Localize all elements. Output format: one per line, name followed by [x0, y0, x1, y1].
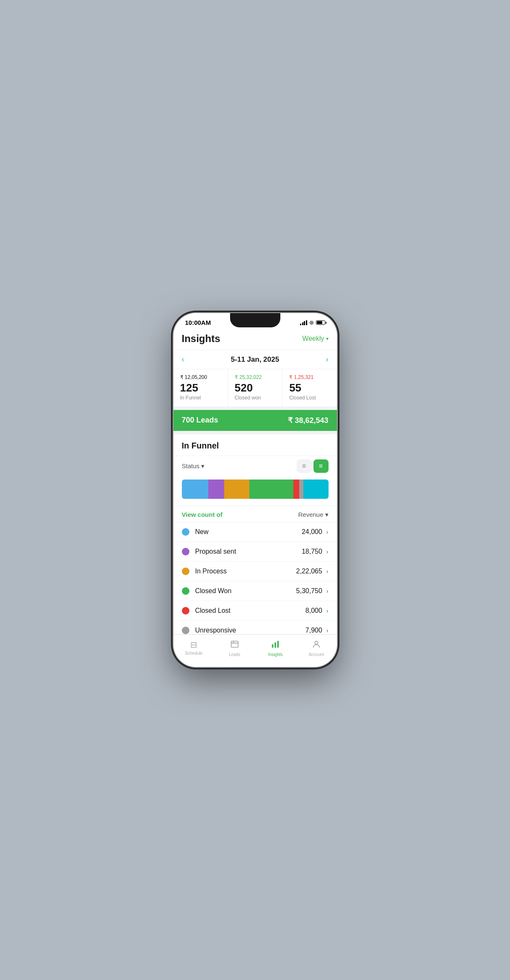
tab-bar: ⊟ Schedule Leads Insights	[173, 634, 337, 667]
status-name: Unresponsive	[195, 627, 305, 634]
status-name: Closed Lost	[195, 607, 305, 614]
section-header: In Funnel	[173, 434, 337, 456]
svg-rect-3	[272, 644, 274, 648]
section-title: In Funnel	[182, 441, 219, 450]
lost-amount: ₹ 1,25,321	[289, 374, 330, 380]
filter-row: Status ▾ ≡ ≡	[173, 456, 337, 478]
leads-label: Leads	[229, 652, 240, 657]
schedule-label: Schedule	[185, 651, 202, 656]
svg-point-6	[315, 641, 318, 644]
prev-date-button[interactable]: ‹	[182, 355, 184, 364]
status-dot	[182, 607, 189, 614]
svg-rect-4	[274, 642, 276, 648]
signal-icon	[300, 320, 307, 325]
chevron-right-icon: ›	[326, 607, 329, 614]
revenue-dropdown[interactable]: Revenue ▾	[298, 511, 328, 519]
status-value: 2,22,065	[296, 568, 322, 575]
status-time: 10:00AM	[185, 319, 211, 326]
date-nav: ‹ 5-11 Jan, 2025 ›	[173, 350, 337, 369]
phone-frame: 10:00AM ⊛ Insights Weekly ▾ ‹	[173, 313, 337, 667]
status-dot	[182, 568, 189, 575]
status-name: Proposal sent	[195, 548, 302, 555]
status-item[interactable]: Proposal sent 18,750 ›	[173, 542, 337, 561]
tab-schedule[interactable]: ⊟ Schedule	[173, 638, 215, 659]
view-toggles: ≡ ≡	[297, 459, 329, 473]
status-bar: 10:00AM ⊛	[173, 313, 337, 328]
insights-icon	[271, 640, 280, 651]
status-list: New 24,000 › Proposal sent 18,750 › In P…	[173, 522, 337, 634]
revenue-label: Revenue	[298, 511, 323, 518]
weekly-dropdown[interactable]: Weekly ▾	[302, 335, 328, 342]
account-icon	[312, 640, 321, 651]
page-title: Insights	[182, 333, 220, 345]
funnel-count: 125	[180, 382, 221, 394]
chevron-right-icon: ›	[326, 588, 329, 594]
status-icons: ⊛	[300, 319, 325, 326]
leads-banner: 700 Leads ₹ 38,62,543	[173, 410, 337, 431]
status-value: 5,30,750	[296, 587, 322, 595]
svg-rect-0	[231, 641, 238, 648]
stat-closed-lost: ₹ 1,25,321 55 Closed Lost	[282, 369, 337, 407]
stats-row: ₹ 12,05,200 125 In Funnel ₹ 25,32,022 52…	[173, 369, 337, 407]
bar-chart	[173, 478, 337, 506]
header: Insights Weekly ▾	[173, 328, 337, 350]
status-value: 7,900	[305, 627, 322, 634]
won-amount: ₹ 25,32,022	[235, 374, 275, 380]
banner-count: 700 Leads	[182, 416, 218, 425]
status-item[interactable]: Closed Lost 8,000 ›	[173, 601, 337, 620]
wifi-icon: ⊛	[309, 319, 314, 326]
battery-icon	[316, 320, 325, 325]
funnel-label: In Funnel	[180, 395, 221, 401]
status-name: New	[195, 528, 302, 536]
won-count: 520	[235, 382, 275, 394]
view-count-label: View count of	[182, 511, 223, 518]
status-item[interactable]: New 24,000 ›	[173, 522, 337, 542]
view-count-header: View count of Revenue ▾	[173, 506, 337, 522]
lost-label: Closed Lost	[289, 395, 330, 401]
chevron-right-icon: ›	[326, 529, 329, 535]
weekly-label: Weekly	[302, 335, 324, 342]
list-icon: ≡	[302, 462, 306, 470]
funnel-amount: ₹ 12,05,200	[180, 374, 221, 380]
status-chevron-icon: ▾	[201, 462, 205, 470]
status-label: Status	[182, 462, 200, 469]
schedule-icon: ⊟	[190, 640, 197, 650]
status-item[interactable]: In Process 2,22,065 ›	[173, 561, 337, 581]
stacked-bar	[182, 480, 329, 499]
chevron-right-icon: ›	[326, 548, 329, 555]
date-range: 5-11 Jan, 2025	[231, 355, 279, 364]
status-value: 18,750	[302, 548, 322, 555]
status-dot	[182, 548, 189, 555]
leads-icon	[230, 640, 239, 651]
in-funnel-section: In Funnel Status ▾ ≡ ≡	[173, 434, 337, 634]
status-dot	[182, 528, 189, 536]
tab-account[interactable]: Account	[296, 638, 337, 659]
list-view-button[interactable]: ≡	[297, 459, 312, 473]
status-name: In Process	[195, 568, 296, 575]
tab-insights[interactable]: Insights	[255, 638, 296, 659]
account-label: Account	[309, 652, 324, 657]
bar-icon: ≡	[319, 462, 323, 470]
svg-rect-5	[277, 641, 279, 648]
status-value: 8,000	[305, 607, 322, 614]
tab-leads[interactable]: Leads	[214, 638, 255, 659]
banner-amount: ₹ 38,62,543	[288, 416, 328, 425]
insights-label: Insights	[268, 652, 282, 657]
bar-view-button[interactable]: ≡	[313, 459, 329, 473]
chevron-right-icon: ›	[326, 568, 329, 575]
revenue-chevron-icon: ▾	[325, 511, 329, 519]
chevron-down-icon: ▾	[326, 336, 329, 342]
status-dot	[182, 587, 189, 595]
status-dot	[182, 627, 189, 634]
status-name: Closed Won	[195, 587, 296, 595]
stat-in-funnel: ₹ 12,05,200 125 In Funnel	[173, 369, 228, 407]
status-item[interactable]: Unresponsive 7,900 ›	[173, 620, 337, 634]
status-item[interactable]: Closed Won 5,30,750 ›	[173, 581, 337, 601]
screen-content: Insights Weekly ▾ ‹ 5-11 Jan, 2025 › ₹ 1…	[173, 328, 337, 634]
chevron-right-icon: ›	[326, 627, 329, 634]
status-value: 24,000	[302, 528, 322, 536]
lost-count: 55	[289, 382, 330, 394]
status-dropdown[interactable]: Status ▾	[182, 462, 205, 470]
next-date-button[interactable]: ›	[326, 355, 329, 364]
stat-closed-won: ₹ 25,32,022 520 Closed won	[228, 369, 282, 407]
